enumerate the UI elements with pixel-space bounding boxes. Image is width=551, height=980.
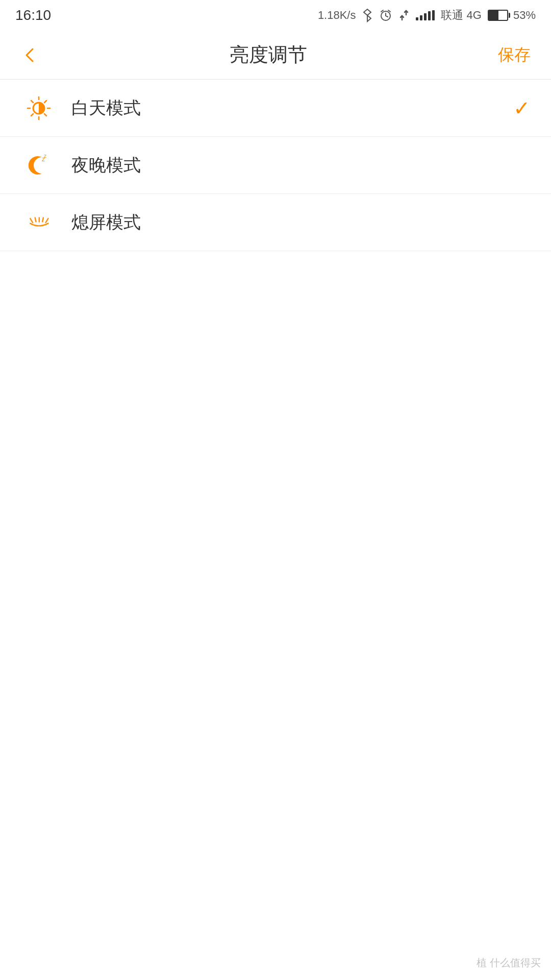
svg-line-7	[44, 114, 46, 116]
svg-line-6	[31, 101, 33, 103]
battery-indicator: 53%	[488, 9, 536, 22]
alarm-icon	[379, 9, 392, 22]
night-mode-item[interactable]: z z 夜晚模式	[0, 137, 551, 194]
day-mode-check: ✓	[513, 96, 531, 120]
back-button[interactable]	[15, 41, 44, 69]
svg-line-13	[35, 217, 36, 222]
dim-mode-label: 熄屏模式	[71, 211, 531, 234]
svg-line-8	[44, 101, 46, 103]
svg-line-15	[42, 217, 43, 222]
dim-mode-item[interactable]: 熄屏模式	[0, 194, 551, 251]
battery-icon	[488, 10, 510, 21]
carrier-label: 联通 4G	[441, 8, 481, 23]
back-arrow-icon	[20, 46, 39, 64]
bluetooth-icon	[362, 8, 373, 22]
svg-line-16	[46, 218, 48, 223]
page-title: 亮度调节	[230, 42, 307, 68]
data-transfer-icon	[398, 9, 410, 22]
dim-icon	[20, 204, 57, 241]
battery-percent: 53%	[513, 9, 536, 22]
day-mode-item[interactable]: 白天模式 ✓	[0, 80, 551, 137]
svg-line-9	[31, 114, 33, 116]
signal-bars-icon	[416, 10, 435, 20]
status-bar: 16:10 1.18K/s 联通	[0, 0, 551, 31]
save-button[interactable]: 保存	[493, 39, 536, 71]
day-mode-label: 白天模式	[71, 96, 513, 120]
network-speed: 1.18K/s	[318, 9, 356, 22]
night-mode-label: 夜晚模式	[71, 154, 531, 177]
mode-list: 白天模式 ✓ z z 夜晚模式	[0, 80, 551, 251]
svg-text:z: z	[44, 153, 46, 159]
svg-line-12	[30, 218, 33, 223]
status-time: 16:10	[15, 7, 51, 23]
moon-icon: z z	[20, 147, 57, 184]
watermark: 植 什么值得买	[477, 956, 541, 970]
status-right: 1.18K/s 联通 4G	[318, 8, 536, 23]
nav-bar: 亮度调节 保存	[0, 31, 551, 80]
sun-icon	[20, 90, 57, 127]
